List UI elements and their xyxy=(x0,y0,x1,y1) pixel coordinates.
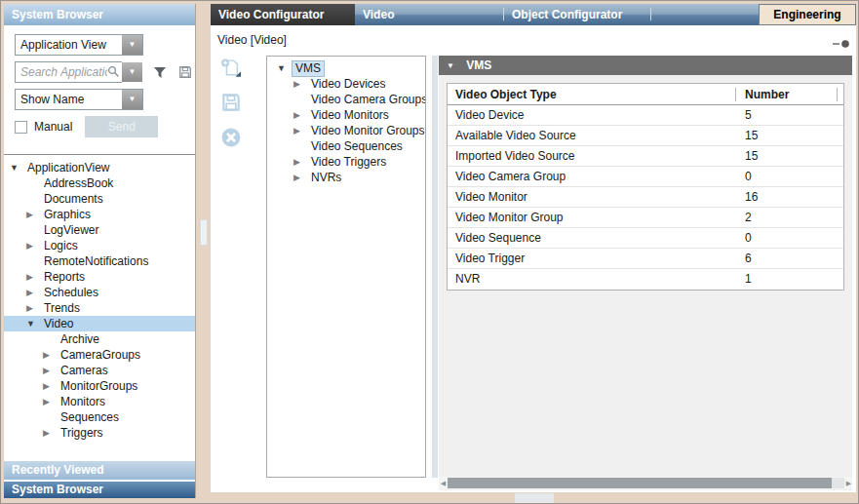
tree-item-label[interactable]: Trends xyxy=(41,301,83,316)
expand-arrow-icon[interactable]: ▶ xyxy=(293,123,308,138)
tree-item-video-sequences[interactable]: Video Sequences xyxy=(267,138,425,154)
view-mode-select[interactable]: Application View ▼ xyxy=(15,34,143,56)
tree-item-label[interactable]: LogViewer xyxy=(41,223,101,238)
scroll-left-icon[interactable]: ◀ xyxy=(439,477,448,489)
tree-item-graphics[interactable]: ▶Graphics xyxy=(4,207,195,222)
table-row[interactable]: Available Video Source15 xyxy=(448,126,843,146)
tree-item-label[interactable]: Documents xyxy=(41,192,106,207)
vms-section-header[interactable]: ▼ VMS xyxy=(439,56,852,75)
tree-item-addressbook[interactable]: AddressBook xyxy=(4,175,195,191)
tree-item-label[interactable]: Video Triggers xyxy=(308,155,389,170)
tab-video[interactable]: Video xyxy=(355,4,503,25)
send-button[interactable]: Send xyxy=(85,116,158,137)
table-row[interactable]: Video Monitor16 xyxy=(448,187,843,208)
tree-item-trends[interactable]: ▶Trends xyxy=(4,300,195,316)
recently-viewed-bar[interactable]: Recently Viewed xyxy=(4,461,195,480)
table-row[interactable]: Imported Video Source15 xyxy=(448,146,843,167)
tree-item-label[interactable]: Video xyxy=(41,317,76,331)
tree-item-label[interactable]: RemoteNotifications xyxy=(41,254,151,269)
tree-item-label[interactable]: Cameras xyxy=(58,364,111,378)
delete-button[interactable] xyxy=(220,128,242,147)
tree-item-label[interactable]: Schedules xyxy=(41,286,101,300)
tree-item-vms[interactable]: ▼VMS xyxy=(267,60,425,76)
system-browser-bar[interactable]: System Browser xyxy=(4,482,195,498)
table-row[interactable]: NVR1 xyxy=(448,269,843,290)
tree-item-video-monitor-groups[interactable]: ▶Video Monitor Groups xyxy=(267,123,425,138)
collapse-arrow-icon[interactable]: ▼ xyxy=(26,316,41,331)
expand-arrow-icon[interactable]: ▶ xyxy=(293,76,308,92)
tree-item-monitors[interactable]: ▶Monitors xyxy=(4,394,195,409)
scrollbar-track[interactable] xyxy=(832,478,844,488)
table-row[interactable]: Video Device5 xyxy=(448,105,843,126)
expand-arrow-icon[interactable]: ▶ xyxy=(26,207,41,222)
tree-item-archive[interactable]: Archive xyxy=(4,331,195,347)
tree-item-nvrs[interactable]: ▶NVRs xyxy=(267,170,425,185)
expand-arrow-icon[interactable]: ▶ xyxy=(43,347,58,363)
save-filter-icon[interactable] xyxy=(178,65,192,79)
tree-item-label[interactable]: Archive xyxy=(58,332,102,347)
tree-item-label[interactable]: Logics xyxy=(41,239,81,253)
tree-item-schedules[interactable]: ▶Schedules xyxy=(4,285,195,300)
table-row[interactable]: Video Sequence0 xyxy=(448,228,843,249)
tree-item-video[interactable]: ▼Video xyxy=(4,316,195,331)
tree-item-label[interactable]: Video Sequences xyxy=(308,139,406,154)
expand-arrow-icon[interactable]: ▶ xyxy=(293,154,308,170)
tree-item-applicationview[interactable]: ▼ApplicationView xyxy=(4,160,195,175)
chevron-down-icon[interactable]: ▼ xyxy=(122,35,142,55)
expand-arrow-icon[interactable]: ▶ xyxy=(43,363,58,378)
tree-item-video-devices[interactable]: ▶Video Devices xyxy=(267,76,425,92)
engineering-button[interactable]: Engineering xyxy=(759,4,856,25)
tree-item-label[interactable]: VMS xyxy=(292,60,325,77)
splitter-grip-icon[interactable] xyxy=(200,219,208,246)
tree-item-sequences[interactable]: Sequences xyxy=(4,409,195,425)
tree-item-monitorgroups[interactable]: ▶MonitorGroups xyxy=(4,378,195,394)
tree-item-label[interactable]: Video Devices xyxy=(308,77,389,92)
tree-item-cameragroups[interactable]: ▶CameraGroups xyxy=(4,347,195,363)
tree-item-label[interactable]: NVRs xyxy=(308,171,344,185)
tree-item-triggers[interactable]: ▶Triggers xyxy=(4,425,195,441)
table-row[interactable]: Video Camera Group0 xyxy=(448,167,843,187)
expand-arrow-icon[interactable]: ▶ xyxy=(26,269,41,285)
tree-item-label[interactable]: ApplicationView xyxy=(24,161,113,175)
expand-arrow-icon[interactable]: ▶ xyxy=(293,170,308,185)
panel-splitter[interactable] xyxy=(432,56,438,478)
tree-item-logics[interactable]: ▶Logics xyxy=(4,238,195,253)
scrollbar-thumb[interactable] xyxy=(448,478,832,488)
column-header-video-object-type[interactable]: Video Object Type xyxy=(455,84,557,105)
new-object-button[interactable] xyxy=(220,58,242,77)
collapse-arrow-icon[interactable]: ▼ xyxy=(277,60,292,76)
manual-checkbox[interactable] xyxy=(15,121,27,134)
collapse-arrow-icon[interactable]: ▼ xyxy=(10,160,24,175)
expand-arrow-icon[interactable]: ▶ xyxy=(43,425,58,441)
chevron-down-icon[interactable]: ▼ xyxy=(122,90,142,109)
tree-item-video-camera-groups[interactable]: Video Camera Groups xyxy=(267,92,425,107)
tree-item-reports[interactable]: ▶Reports xyxy=(4,269,195,285)
save-button[interactable] xyxy=(220,93,242,112)
scroll-right-icon[interactable]: ▶ xyxy=(844,477,853,489)
column-header-number[interactable]: Number xyxy=(745,84,789,105)
tab-object-configurator[interactable]: Object Configurator xyxy=(504,4,650,25)
expand-arrow-icon[interactable]: ▶ xyxy=(293,107,308,123)
display-mode-select[interactable]: Show Name ▼ xyxy=(15,89,143,110)
tree-item-label[interactable]: Sequences xyxy=(58,410,122,425)
filter-icon[interactable] xyxy=(153,66,167,79)
tree-item-label[interactable]: MonitorGroups xyxy=(58,379,140,394)
tree-item-label[interactable]: AddressBook xyxy=(41,176,116,191)
tree-item-label[interactable]: Triggers xyxy=(58,426,106,441)
tree-item-video-triggers[interactable]: ▶Video Triggers xyxy=(267,154,425,170)
column-separator[interactable] xyxy=(837,88,838,101)
tree-item-label[interactable]: Reports xyxy=(41,270,88,285)
expand-arrow-icon[interactable]: ▶ xyxy=(26,300,41,316)
tree-item-label[interactable]: Video Camera Groups xyxy=(308,93,426,107)
tree-item-label[interactable]: Monitors xyxy=(58,395,108,409)
table-row[interactable]: Video Trigger6 xyxy=(448,249,843,269)
column-separator[interactable] xyxy=(735,88,736,101)
expand-arrow-icon[interactable]: ▶ xyxy=(43,394,58,409)
sidebar-splitter[interactable] xyxy=(197,4,211,498)
table-row[interactable]: Video Monitor Group2 xyxy=(448,208,843,228)
tree-item-label[interactable]: Video Monitors xyxy=(308,108,392,123)
expand-arrow-icon[interactable]: ▶ xyxy=(26,238,41,253)
expand-arrow-icon[interactable]: ▶ xyxy=(26,285,41,300)
tree-item-cameras[interactable]: ▶Cameras xyxy=(4,363,195,378)
search-input[interactable]: Search Application Vie xyxy=(15,61,122,83)
